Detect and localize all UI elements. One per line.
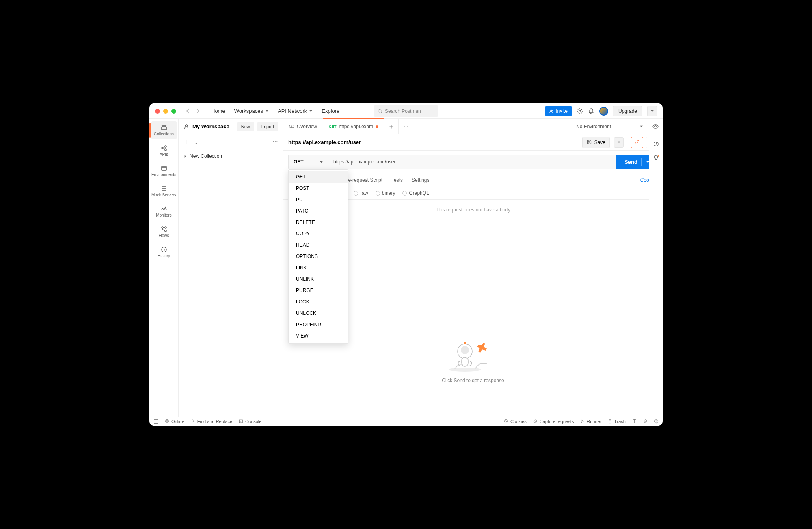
user-avatar[interactable] — [599, 107, 608, 116]
method-option-options[interactable]: OPTIONS — [289, 251, 348, 262]
search-icon — [191, 419, 195, 424]
more-icon[interactable] — [272, 139, 278, 144]
svg-point-0 — [378, 109, 382, 112]
code-icon[interactable] — [653, 141, 659, 147]
svg-point-18 — [292, 125, 294, 128]
filter-icon[interactable] — [194, 139, 199, 144]
method-option-delete[interactable]: DELETE — [289, 217, 348, 228]
rail-flows[interactable]: Flows — [151, 223, 177, 241]
save-button[interactable]: Save — [582, 137, 610, 148]
method-select[interactable]: GET — [288, 155, 328, 169]
new-button[interactable]: New — [237, 122, 254, 131]
layout-icon — [153, 419, 158, 424]
tab-options[interactable] — [399, 119, 413, 134]
rail-collections[interactable]: Collections — [151, 121, 177, 139]
add-icon[interactable] — [184, 139, 189, 144]
maximize-window-icon[interactable] — [171, 109, 176, 114]
rail-history[interactable]: History — [151, 243, 177, 261]
method-option-unlink[interactable]: UNLINK — [289, 273, 348, 285]
search-input[interactable]: Search Postman — [374, 105, 438, 117]
status-find-replace[interactable]: Find and Replace — [191, 419, 232, 424]
save-options[interactable] — [614, 137, 624, 148]
upgrade-options[interactable] — [647, 106, 657, 116]
svg-rect-7 — [162, 187, 166, 188]
request-title-bar: https://api.example.com/user Save — [283, 134, 663, 151]
svg-rect-29 — [154, 419, 158, 423]
apis-icon — [161, 145, 167, 151]
tree-item[interactable]: New Collection — [184, 151, 278, 161]
method-option-head[interactable]: HEAD — [289, 239, 348, 251]
svg-point-15 — [275, 141, 276, 142]
notifications-icon[interactable] — [588, 108, 594, 114]
method-dropdown: GETPOSTPUTPATCHDELETECOPYHEADOPTIONSLINK… — [288, 169, 348, 344]
environment-quicklook[interactable] — [648, 119, 663, 134]
tab-overview[interactable]: Overview — [283, 119, 323, 134]
status-layout[interactable] — [153, 419, 158, 424]
minimize-window-icon[interactable] — [163, 109, 168, 114]
forward-icon[interactable] — [195, 108, 201, 114]
subtab-tests[interactable]: Tests — [391, 173, 403, 187]
status-panes[interactable] — [632, 419, 637, 424]
rail-monitors[interactable]: Monitors — [151, 202, 177, 220]
method-option-copy[interactable]: COPY — [289, 228, 348, 239]
rail-apis[interactable]: APIs — [151, 142, 177, 159]
menu-api-network[interactable]: API Network — [278, 108, 313, 114]
upgrade-button[interactable]: Upgrade — [613, 106, 642, 116]
settings-icon[interactable] — [577, 108, 583, 114]
subtab-settings[interactable]: Settings — [412, 173, 429, 187]
svg-point-22 — [655, 126, 657, 127]
capture-icon — [533, 419, 538, 424]
method-option-patch[interactable]: PATCH — [289, 205, 348, 217]
svg-point-5 — [165, 149, 166, 151]
body-type-binary[interactable]: binary — [376, 190, 395, 196]
search-icon — [378, 109, 382, 114]
help-icon — [654, 419, 659, 424]
chevron-down-icon — [309, 109, 313, 113]
plus-icon — [389, 124, 394, 129]
rail-mock-servers[interactable]: Mock Servers — [151, 182, 177, 200]
menu-explore[interactable]: Explore — [322, 108, 339, 114]
status-bootcamp[interactable] — [643, 419, 648, 424]
method-option-unlock[interactable]: UNLOCK — [289, 308, 348, 319]
rail-environments[interactable]: Environments — [151, 162, 177, 180]
pencil-icon — [635, 140, 640, 145]
close-window-icon[interactable] — [155, 109, 160, 114]
collections-icon — [161, 125, 167, 131]
status-capture[interactable]: Capture requests — [533, 419, 574, 424]
method-option-view[interactable]: VIEW — [289, 330, 348, 342]
svg-point-16 — [276, 141, 277, 142]
method-option-purge[interactable]: PURGE — [289, 285, 348, 296]
method-option-get[interactable]: GET — [289, 171, 348, 183]
chevron-right-icon — [184, 155, 187, 158]
svg-point-34 — [505, 420, 506, 421]
url-input[interactable] — [328, 155, 616, 169]
environment-select[interactable]: No Environment — [571, 119, 648, 134]
invite-button[interactable]: Invite — [545, 106, 572, 116]
method-option-lock[interactable]: LOCK — [289, 296, 348, 308]
svg-rect-6 — [162, 166, 166, 170]
method-option-put[interactable]: PUT — [289, 194, 348, 205]
status-trash[interactable]: Trash — [608, 419, 626, 424]
subtab-prerequest[interactable]: Pre-request Script — [343, 173, 382, 187]
tab-request-active[interactable]: GET https://api.example.co — [323, 118, 384, 134]
status-runner[interactable]: Runner — [580, 419, 601, 424]
import-button[interactable]: Import — [257, 122, 278, 131]
method-option-post[interactable]: POST — [289, 183, 348, 194]
workspace-header: My Workspace New Import — [179, 119, 283, 134]
method-option-propfind[interactable]: PROPFIND — [289, 319, 348, 330]
status-cookies[interactable]: Cookies — [504, 419, 527, 424]
svg-rect-8 — [162, 189, 166, 191]
body-type-raw[interactable]: raw — [354, 190, 368, 196]
menu-workspaces[interactable]: Workspaces — [234, 108, 269, 114]
edit-mode-toggle[interactable] — [631, 137, 643, 148]
method-option-link[interactable]: LINK — [289, 262, 348, 273]
back-icon[interactable] — [185, 108, 190, 114]
body-type-graphql[interactable]: GraphQL — [402, 190, 429, 196]
status-help[interactable] — [654, 419, 659, 424]
new-tab-button[interactable] — [384, 119, 399, 134]
lightbulb-icon[interactable] — [653, 155, 659, 161]
status-console[interactable]: Console — [239, 419, 261, 424]
menu-home[interactable]: Home — [211, 108, 225, 114]
status-online[interactable]: Online — [165, 419, 184, 424]
svg-point-31 — [192, 420, 194, 422]
